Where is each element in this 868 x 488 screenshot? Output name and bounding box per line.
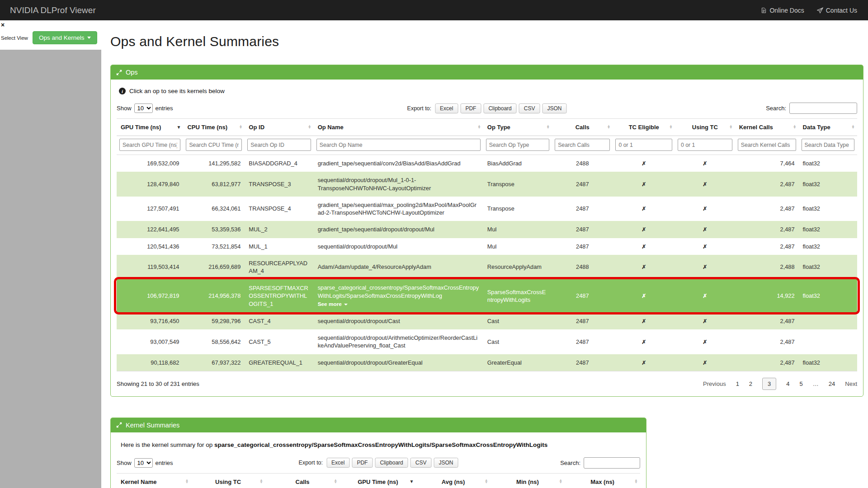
ops-filter-tc-eligible-input[interactable] bbox=[615, 139, 672, 151]
kernel-panel-header[interactable]: Kernel Summaries bbox=[111, 418, 646, 432]
kernel-col-calls[interactable]: Calls▲▼ bbox=[265, 473, 340, 488]
document-icon bbox=[761, 7, 767, 14]
kernel-col-max-ns[interactable]: Max (ns)▲▼ bbox=[565, 473, 640, 488]
ops-export-csv-button[interactable]: CSV bbox=[519, 103, 540, 113]
kernel-show-entries-select[interactable]: 10 bbox=[134, 458, 153, 468]
kernel-export-group: Export to: ExcelPDFClipboardCSVJSON bbox=[299, 458, 458, 468]
ops-cell-kernel-calls: 2,487 bbox=[735, 197, 799, 221]
ops-cell-kernel-calls: 14,922 bbox=[735, 279, 799, 312]
ops-col-gpu-time-ns[interactable]: GPU Time (ns)▲▼ bbox=[117, 119, 183, 136]
view-selector-button[interactable]: Ops and Kernels bbox=[33, 31, 98, 44]
x-mark-icon: ✗ bbox=[675, 221, 735, 238]
kernel-col-min-ns[interactable]: Min (ns)▲▼ bbox=[491, 473, 565, 488]
ops-next-button[interactable]: Next bbox=[845, 380, 857, 387]
ops-cell-gpu-time-ns: 128,479,840 bbox=[117, 172, 183, 197]
ops-cell-calls: 2488 bbox=[552, 155, 613, 172]
ops-showing-entries: Showing 21 to 30 of 231 entries bbox=[117, 380, 199, 387]
sort-icon: ▲▼ bbox=[546, 125, 550, 130]
ops-filter-op-id-input[interactable] bbox=[247, 139, 311, 151]
ops-cell-gpu-time-ns: 127,507,491 bbox=[117, 197, 183, 221]
ops-cell-cpu-time-ns: 214,956,378 bbox=[183, 279, 245, 312]
ops-panel: Ops i Click an op to see its kernels bel… bbox=[110, 65, 863, 397]
ops-search-input[interactable] bbox=[789, 103, 857, 114]
ops-col-kernel-calls[interactable]: Kernel Calls▲▼ bbox=[735, 119, 799, 136]
ops-cell-cpu-time-ns: 141,295,582 bbox=[183, 155, 245, 172]
ops-export-clipboard-button[interactable]: Clipboard bbox=[483, 103, 516, 113]
ops-page-1-button[interactable]: 1 bbox=[736, 380, 739, 387]
x-mark-icon: ✗ bbox=[675, 329, 735, 354]
ops-filter-op-type-input[interactable] bbox=[486, 139, 549, 151]
ops-col-tc-eligible[interactable]: TC Eligible▲▼ bbox=[613, 119, 675, 136]
kernel-export-pdf-button[interactable]: PDF bbox=[352, 458, 373, 468]
online-docs-link[interactable]: Online Docs bbox=[761, 7, 804, 14]
contact-us-link[interactable]: Contact Us bbox=[817, 7, 857, 14]
sidebar: × Select View Ops and Kernels bbox=[0, 20, 101, 488]
x-mark-icon: ✗ bbox=[613, 238, 675, 255]
close-icon[interactable]: × bbox=[1, 22, 7, 28]
ops-show-entries-select[interactable]: 10 bbox=[134, 103, 153, 113]
kernel-export-json-button[interactable]: JSON bbox=[434, 458, 458, 468]
ops-cell-data-type: float32 bbox=[799, 255, 857, 280]
ops-previous-button[interactable]: Previous bbox=[703, 380, 726, 387]
kernel-export-clipboard-button[interactable]: Clipboard bbox=[375, 458, 408, 468]
ops-panel-header[interactable]: Ops bbox=[111, 65, 863, 80]
ops-cell-kernel-calls: 7,464 bbox=[735, 155, 799, 172]
ops-table-row[interactable]: 122,641,49553,359,536MUL_2gradient_tape/… bbox=[117, 221, 857, 238]
ops-cell-calls: 2487 bbox=[552, 354, 613, 371]
ops-table-row[interactable]: 93,716,45059,298,796CAST_4sequential/dro… bbox=[117, 313, 857, 329]
ops-table-row[interactable]: 93,007,54958,556,642CAST_5sequential/dro… bbox=[117, 329, 857, 354]
ops-filter-using-tc-input[interactable] bbox=[678, 139, 732, 151]
ops-page-2-button[interactable]: 2 bbox=[749, 380, 752, 387]
ops-col-op-type[interactable]: Op Type▲▼ bbox=[483, 119, 552, 136]
ops-col-calls[interactable]: Calls▲▼ bbox=[552, 119, 613, 136]
ops-col-using-tc[interactable]: Using TC▲▼ bbox=[675, 119, 735, 136]
ops-page-3-button[interactable]: 3 bbox=[762, 378, 776, 390]
ops-export-json-button[interactable]: JSON bbox=[542, 103, 566, 113]
ops-table-row[interactable]: 127,507,49166,324,061TRANSPOSE_4gradient… bbox=[117, 197, 857, 221]
ops-filter-calls-input[interactable] bbox=[555, 139, 610, 151]
ops-filter-gpu-time-ns-input[interactable] bbox=[119, 139, 180, 151]
ops-page-4-button[interactable]: 4 bbox=[786, 380, 789, 387]
ops-table-row[interactable]: 106,972,819214,956,378SPARSESOFTMAXCROSS… bbox=[117, 279, 857, 312]
ops-cell-gpu-time-ns: 93,716,450 bbox=[117, 313, 183, 329]
ops-table-row[interactable]: 90,118,68267,937,322GREATEREQUAL_1sequen… bbox=[117, 354, 857, 371]
contact-us-label: Contact Us bbox=[826, 7, 857, 14]
kernel-export-csv-button[interactable]: CSV bbox=[410, 458, 432, 468]
ops-filter-op-name-input[interactable] bbox=[316, 139, 481, 151]
topbar-links: Online Docs Contact Us bbox=[761, 7, 857, 14]
ops-page-5-button[interactable]: 5 bbox=[800, 380, 803, 387]
ops-table-row[interactable]: 120,541,43673,521,854MUL_1sequential/dro… bbox=[117, 238, 857, 255]
kernel-col-kernel-name[interactable]: Kernel Name▲▼ bbox=[117, 473, 191, 488]
ops-search-group: Search: bbox=[766, 103, 857, 114]
ops-table-row[interactable]: 128,479,84063,812,977TRANSPOSE_3sequenti… bbox=[117, 172, 857, 197]
ops-cell-gpu-time-ns: 119,503,414 bbox=[117, 255, 183, 280]
kernel-intro-op-name: sparse_categorical_crossentropy/SparseSo… bbox=[214, 441, 547, 448]
kernel-export-buttons: ExcelPDFClipboardCSVJSON bbox=[326, 458, 458, 468]
sort-icon: ▲▼ bbox=[477, 125, 481, 130]
ops-filter-cpu-time-ns-input[interactable] bbox=[186, 139, 242, 151]
ops-col-op-name[interactable]: Op Name▲▼ bbox=[314, 119, 483, 136]
ops-cell-gpu-time-ns: 93,007,549 bbox=[117, 329, 183, 354]
ops-table-row[interactable]: 169,532,009141,295,582BIASADDGRAD_4gradi… bbox=[117, 155, 857, 172]
sort-icon: ▲▼ bbox=[259, 479, 263, 484]
ops-cell-kernel-calls: 2,487 bbox=[735, 221, 799, 238]
ops-table-row[interactable]: 119,503,414216,659,689RESOURCEAPPLYADAM_… bbox=[117, 255, 857, 280]
select-view-label: Select View bbox=[1, 35, 28, 41]
sort-icon: ▲▼ bbox=[185, 479, 189, 484]
ops-col-data-type[interactable]: Data Type▲▼ bbox=[799, 119, 857, 136]
kernel-col-using-tc[interactable]: Using TC▲▼ bbox=[191, 473, 265, 488]
see-more-link[interactable]: See more bbox=[318, 301, 479, 308]
ops-export-excel-button[interactable]: Excel bbox=[435, 103, 458, 113]
ops-filter-kernel-calls-input[interactable] bbox=[738, 139, 796, 151]
kernel-col-gpu-time-ns[interactable]: GPU Time (ns)▲▼ bbox=[340, 473, 416, 488]
ops-col-op-id[interactable]: Op ID▲▼ bbox=[245, 119, 313, 136]
sort-desc-icon: ▲▼ bbox=[177, 126, 181, 128]
kernel-col-avg-ns[interactable]: Avg (ns)▲▼ bbox=[416, 473, 490, 488]
ops-col-cpu-time-ns[interactable]: CPU Time (ns)▲▼ bbox=[183, 119, 245, 136]
ops-page-24-button[interactable]: 24 bbox=[829, 380, 835, 387]
kernel-export-excel-button[interactable]: Excel bbox=[326, 458, 349, 468]
kernel-search-input[interactable] bbox=[584, 457, 640, 469]
ops-export-pdf-button[interactable]: PDF bbox=[460, 103, 481, 113]
ops-filter-data-type-input[interactable] bbox=[802, 139, 854, 151]
ops-cell-op-id: MUL_2 bbox=[245, 221, 313, 238]
